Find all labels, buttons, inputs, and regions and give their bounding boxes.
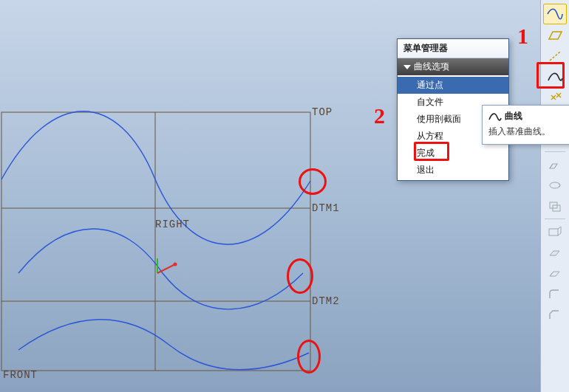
display2-icon[interactable] [544, 243, 566, 262]
fillet-icon[interactable] [544, 284, 566, 303]
plane-label-front: FRONT [3, 369, 38, 381]
plane-icon[interactable] [544, 26, 566, 45]
tooltip-body: 插入基准曲线。 [488, 125, 569, 138]
chamfer-icon[interactable] [544, 305, 566, 324]
plane-label-top: TOP [312, 106, 333, 118]
plane-label-right: RIGHT [155, 219, 190, 230]
plane-label-dtm1: DTM1 [312, 202, 340, 214]
menu-section-header[interactable]: 曲线选项 [398, 58, 508, 75]
toolbar-separator [545, 219, 565, 219]
display1-icon[interactable] [544, 222, 566, 241]
plane-label-dtm2: DTM2 [312, 295, 340, 307]
curve-tooltip: 曲线 插入基准曲线。 [482, 105, 569, 145]
svg-line-21 [558, 233, 561, 235]
collapse-triangle-icon [403, 65, 411, 69]
svg-rect-19 [549, 229, 558, 235]
svg-point-16 [550, 182, 560, 188]
curve-tooltip-icon [488, 111, 502, 122]
right-toolbar [540, 0, 569, 392]
menu-section-label: 曲线选项 [414, 61, 449, 73]
tooltip-title: 曲线 [505, 110, 522, 123]
menu-item-through-points[interactable]: 通过点 [398, 77, 508, 94]
svg-line-5 [157, 264, 175, 273]
menu-manager-title: 菜单管理器 [398, 39, 508, 58]
svg-point-6 [174, 263, 177, 267]
svg-line-15 [550, 164, 553, 168]
extrude-icon[interactable] [544, 155, 566, 174]
menu-item-done[interactable]: 完成 [398, 145, 508, 162]
spline-icon[interactable] [543, 4, 567, 24]
svg-line-7 [550, 52, 560, 61]
svg-line-23 [550, 272, 553, 276]
svg-line-20 [558, 227, 561, 229]
sweep-icon[interactable] [544, 196, 566, 216]
toolbar-separator [545, 151, 565, 152]
revolve-icon[interactable] [544, 176, 566, 195]
display3-icon[interactable] [544, 264, 566, 283]
axis-icon[interactable] [544, 47, 566, 66]
curve-icon[interactable] [544, 67, 566, 86]
menu-item-quit[interactable]: 退出 [398, 162, 508, 179]
